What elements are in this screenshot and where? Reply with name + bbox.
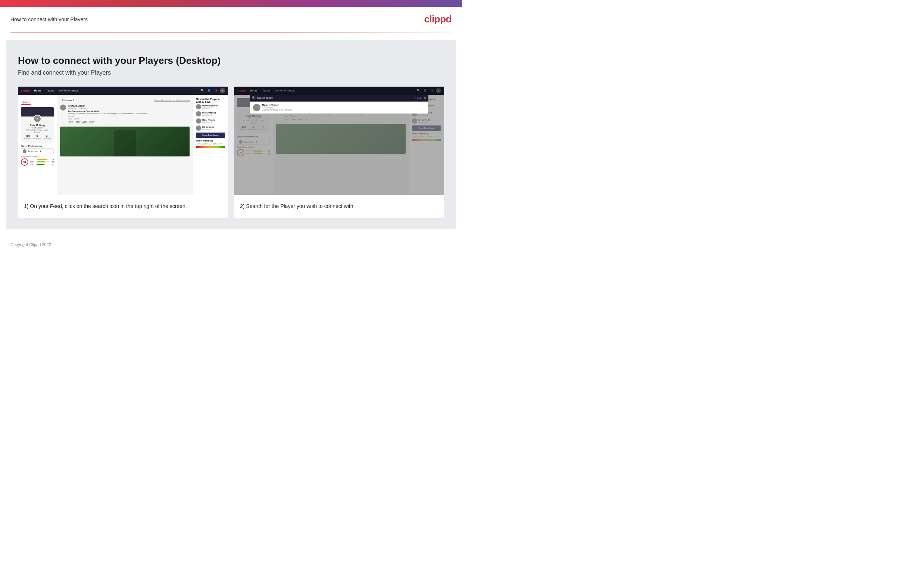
bar-ott-1: OTT 79: [30, 158, 54, 161]
following-btn-1[interactable]: Following ▼: [60, 98, 77, 102]
stat-followers: 3 Followers: [33, 135, 41, 140]
bar-app-label-1: APP: [30, 161, 36, 163]
search-input[interactable]: Marcus Turner: [257, 97, 413, 99]
heatmap-bar-1: [196, 146, 225, 148]
nav-teams-1[interactable]: Teams: [45, 88, 56, 93]
mid-panel-1: Following ▼ Control who can see your act…: [57, 95, 193, 195]
bar-ott-fill-1: [37, 159, 47, 160]
player-info-pp-1: Piers Parnell Activities: 4: [202, 112, 225, 116]
mock-browser-1: clippd Home Teams My Performance 🔍 👤 ⚙ B: [18, 87, 228, 195]
tag-putt-1: PUTT: [89, 120, 95, 123]
player-list-item-3: Hiral Pujara Activities: 3: [196, 119, 225, 123]
bar-arg-1: ARG 61: [30, 164, 54, 166]
player-perf-title-1: Player Performance: [21, 145, 54, 147]
result-club: Cypress Point Club, United Kingdom: [262, 109, 426, 111]
profile-avatar-1: B: [33, 115, 41, 123]
bar-ott-num-1: 79: [50, 158, 54, 161]
feed-tab-1[interactable]: Feed: [21, 101, 31, 105]
activity-desc-1: Walking the course with my coach to buil…: [68, 112, 189, 115]
stat-activities-num: 129: [24, 135, 31, 137]
close-button[interactable]: ✕: [423, 96, 426, 100]
step-1-desc: 1) On your Feed, click on the search ico…: [18, 195, 228, 218]
copyright-text: Copyright Clippd 2022: [10, 242, 51, 247]
control-link-1[interactable]: Control who can see your activity and da…: [154, 99, 189, 101]
result-info: Marcus Turner 1.5 Handicap Cypress Point…: [262, 104, 426, 111]
bar-app-1: APP 70: [30, 161, 54, 163]
activity-item-1: Richard Butler Yesterday · The Grove Pre…: [60, 104, 189, 123]
bar-arg-num-1: 61: [50, 164, 54, 166]
profile-club-1: Mill Ride Golf Club, United Kingdom: [23, 129, 52, 133]
player-avatar-ev-1: [196, 125, 201, 131]
bar-ott-track-1: [37, 159, 49, 160]
app-navbar-1: clippd Home Teams My Performance 🔍 👤 ⚙ B: [18, 87, 228, 95]
screenshot-1: clippd Home Teams My Performance 🔍 👤 ⚙ B: [18, 87, 228, 218]
bar-arg-track-1: [37, 164, 49, 165]
activity-duration-1: 02 hr : 00 min: [68, 118, 189, 120]
search-dropdown: 🔍 Marcus Turner CLEAR ✕ Marcus Turner 1.…: [250, 95, 429, 114]
golfer-silhouette-1: [114, 130, 136, 156]
search-result[interactable]: Marcus Turner 1.5 Handicap Cypress Point…: [250, 102, 429, 114]
activity-person-name-1: Richard Butler: [68, 104, 189, 107]
search-icon[interactable]: 🔍: [200, 88, 205, 93]
most-active-title-1: Most Active Players - Last 30 days: [196, 98, 225, 103]
golfer-image-1: [60, 127, 189, 156]
player-avatar-hp-1: [196, 119, 201, 123]
stat-activities-label: Activities: [24, 137, 31, 140]
app-content-1: Feed B Blair McHarg Golf Coach Mill Ride…: [18, 95, 228, 195]
bar-app-fill-1: [37, 161, 45, 162]
nav-home-1[interactable]: Home: [33, 88, 43, 93]
nav-items-1: Home Teams My Performance: [33, 88, 197, 93]
stat-activities: 129 Activities: [24, 135, 31, 140]
bar-ott-label-1: OTT: [30, 158, 36, 161]
bar-app-num-1: 70: [50, 161, 54, 163]
activity-tags-1: OTT APP ARG PUTT: [68, 120, 189, 123]
tag-app-1: APP: [74, 120, 81, 123]
mock-browser-2: clippd Home Teams My Performance 🔍 👤 ⚙ B: [234, 87, 444, 195]
player-list-item-4: Eli Vincent Activities: 1: [196, 125, 225, 131]
dropdown-icon-1: ▼: [39, 150, 41, 153]
player-select-name-1: Eli Vincent: [28, 150, 38, 153]
player-acts-pp-1: Activities: 4: [202, 114, 225, 116]
heatmap-subtitle-1: Player Quality · 20 Round Trend: [196, 143, 225, 145]
bar-app-track-1: [37, 161, 49, 162]
search-bar: 🔍 Marcus Turner CLEAR ✕: [250, 95, 429, 102]
tag-ott-1: OTT: [68, 120, 74, 123]
player-list-item-2: Piers Parnell Activities: 4: [196, 111, 225, 117]
step-2-text: 2) Search for the Player you wish to con…: [240, 203, 354, 209]
player-info-ev-1: Eli Vincent Activities: 1: [202, 126, 225, 130]
hero-section: How to connect with your Players (Deskto…: [6, 40, 456, 229]
logo: clippd: [424, 13, 451, 25]
profile-name-1: Blair McHarg: [23, 124, 52, 127]
nav-myperformance-1[interactable]: My Performance: [58, 88, 80, 93]
header: How to connect with your Players clippd: [0, 7, 462, 32]
person-icon[interactable]: 👤: [206, 88, 212, 93]
settings-icon[interactable]: ⚙: [213, 88, 218, 93]
left-panel-1: Feed B Blair McHarg Golf Coach Mill Ride…: [18, 95, 57, 195]
stat-followers-num: 3: [33, 135, 41, 137]
step-2-desc: 2) Search for the Player you wish to con…: [234, 195, 444, 218]
player-info-hp-1: Hiral Pujara Activities: 3: [202, 119, 225, 123]
profile-section-1: B Blair McHarg Golf Coach Mill Ride Golf…: [21, 107, 54, 143]
bar-arg-fill-1: [37, 164, 44, 165]
player-select-1[interactable]: Eli Vincent ▼: [21, 148, 54, 154]
bar-arg-label-1: ARG: [30, 164, 36, 166]
page-title: How to connect with your Players: [10, 16, 88, 23]
stat-following-label: Following: [43, 137, 51, 140]
team-dashboard-btn-1[interactable]: Team Dashboard: [196, 133, 225, 138]
user-avatar-1[interactable]: B: [220, 88, 225, 93]
clear-button[interactable]: CLEAR: [414, 97, 422, 99]
player-list-item-1: Richard Butler Activities: 7: [196, 104, 225, 109]
activity-content-1: Richard Butler Yesterday · The Grove Pre…: [68, 104, 189, 123]
hero-title: How to connect with your Players (Deskto…: [18, 55, 444, 67]
player-acts-ev-1: Activities: 1: [202, 128, 225, 130]
search-icon-overlay: 🔍: [252, 96, 256, 100]
screenshot-2: clippd Home Teams My Performance 🔍 👤 ⚙ B: [234, 87, 444, 218]
nav-icons-1: 🔍 👤 ⚙ B: [200, 88, 225, 93]
right-panel-1: Most Active Players - Last 30 days Richa…: [193, 95, 228, 195]
header-divider: [10, 32, 451, 32]
tpq-label-1: Total Player Quality: [21, 155, 54, 157]
heatmap-gradient-1: [196, 146, 225, 148]
step-1-text: 1) On your Feed, click on the search ico…: [24, 203, 187, 209]
screenshots-row: clippd Home Teams My Performance 🔍 👤 ⚙ B: [18, 87, 444, 218]
player-acts-hp-1: Activities: 3: [202, 121, 225, 123]
